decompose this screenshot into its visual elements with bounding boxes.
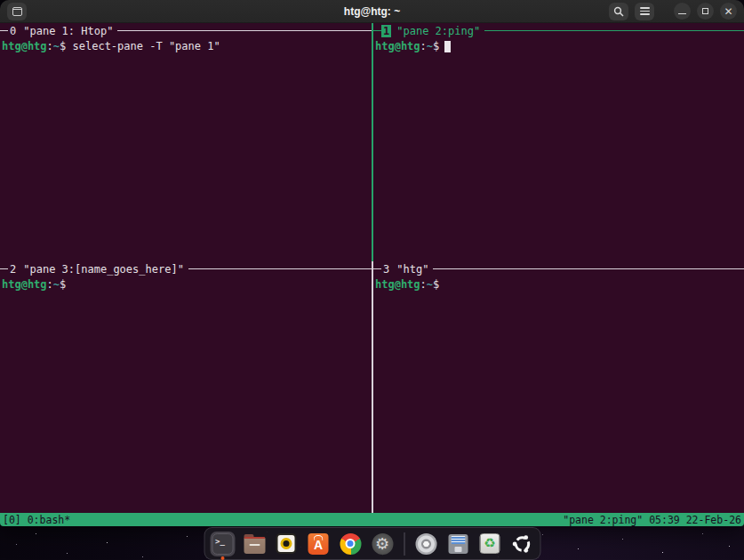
pane-1-number: 1	[381, 25, 391, 37]
ubuntu-logo-icon	[511, 533, 532, 555]
chrome-icon	[340, 533, 361, 555]
close-icon: ✕	[724, 6, 732, 17]
headerbar: htg@htg: ~	[0, 0, 744, 23]
pane-1-title: 1"pane 2:ping"	[373, 24, 744, 37]
menu-button[interactable]	[635, 3, 654, 20]
pane-0-title: 0"pane 1: Htop"	[0, 24, 372, 37]
dock-item-terminal[interactable]: >_	[210, 532, 235, 556]
pane-2-title: 2"pane 3:[name_goes_here]"	[0, 262, 372, 276]
tmux-pane-2[interactable]: 2"pane 3:[name_goes_here]" htg@htg:~$	[0, 261, 372, 513]
terminal-app-icon: >_	[212, 533, 233, 555]
minimize-icon	[678, 13, 686, 15]
dock-item-files[interactable]	[242, 532, 267, 556]
dock-item-cd-media[interactable]	[413, 532, 438, 556]
app-center-bag-icon: A	[308, 533, 329, 555]
pane-1-prompt[interactable]: htg@htg:~$	[373, 40, 744, 52]
dock-item-ubuntu[interactable]	[509, 532, 534, 556]
pane-2-number: 2	[8, 263, 18, 276]
pane-3-prompt: htg@htg:~$	[373, 278, 744, 291]
terminal-window-icon	[12, 7, 22, 16]
maximize-icon	[702, 8, 708, 14]
dock-separator	[404, 532, 404, 556]
tmux-status-bar: [0] 0:bash* "pane 2:ping" 05:39 22-Feb-2…	[0, 513, 744, 526]
files-folder-icon	[244, 537, 265, 554]
dock: >_ A ⚙ ♻	[204, 527, 540, 560]
tmux-pane-1-active[interactable]: 1"pane 2:ping" htg@htg:~$	[373, 23, 744, 261]
dock-item-app-center[interactable]: A	[306, 532, 331, 556]
pane-0-name: "pane 1: Htop"	[18, 25, 117, 37]
new-terminal-window-button[interactable]	[7, 3, 27, 20]
close-button[interactable]: ✕	[720, 3, 737, 20]
running-indicator-dot	[220, 556, 224, 560]
pane-0-command: select-pane -T "pane 1"	[66, 40, 220, 52]
pane-3-title: 3"htg"	[373, 262, 744, 276]
tmux-session: 0"pane 1: Htop" htg@htg:~$ select-pane -…	[0, 23, 744, 513]
dock-item-floppy-media[interactable]	[445, 532, 470, 556]
text-cursor	[444, 41, 451, 52]
search-icon	[613, 6, 624, 17]
dock-item-package-media[interactable]: ♻	[477, 532, 502, 556]
minimize-button[interactable]	[674, 3, 691, 20]
pane-3-name: "htg"	[391, 263, 433, 276]
desktop: htg@htg: ~	[0, 0, 744, 560]
dock-item-chrome[interactable]	[338, 532, 363, 556]
tmux-pane-3[interactable]: 3"htg" htg@htg:~$	[373, 261, 744, 513]
settings-gear-icon: ⚙	[372, 533, 393, 555]
package-recycle-icon: ♻	[480, 533, 500, 554]
status-pane-title-clock: "pane 2:ping" 05:39 22-Feb-26	[563, 514, 741, 526]
pane-0-number: 0	[8, 25, 18, 37]
floppy-disk-icon	[448, 534, 468, 554]
search-button[interactable]	[609, 3, 628, 20]
dock-item-settings[interactable]: ⚙	[370, 532, 395, 556]
pane-0-prompt: htg@htg:~$ select-pane -T "pane 1"	[0, 40, 372, 52]
rhythmbox-speaker-icon	[276, 533, 297, 554]
status-session-window[interactable]: [0] 0:bash*	[3, 514, 70, 526]
pane-1-name: "pane 2:ping"	[391, 25, 484, 37]
terminal-window: htg@htg: ~	[0, 0, 744, 526]
cd-disc-icon	[415, 533, 436, 555]
pane-2-name: "pane 3:[name_goes_here]"	[18, 263, 188, 276]
hamburger-menu-icon	[640, 7, 650, 15]
dock-item-rhythmbox[interactable]	[274, 532, 299, 556]
pane-2-prompt: htg@htg:~$	[0, 278, 372, 291]
tmux-pane-0[interactable]: 0"pane 1: Htop" htg@htg:~$ select-pane -…	[0, 23, 372, 261]
pane-3-number: 3	[381, 263, 391, 276]
starfield-wallpaper	[0, 0, 1, 1]
maximize-button[interactable]	[697, 3, 714, 20]
